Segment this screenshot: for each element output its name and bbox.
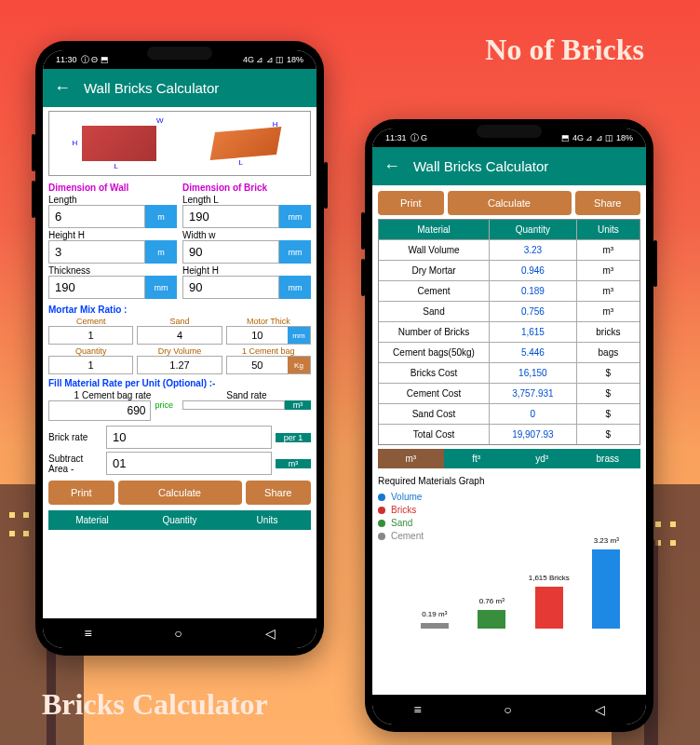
dryvolume-label: Dry Volume <box>137 346 222 356</box>
table-row: Cement bags(50kg)5.446bags <box>379 343 639 363</box>
table-row: Cement0.189m³ <box>379 281 639 302</box>
nav-recent-icon[interactable]: ≡ <box>84 626 91 641</box>
print-button-2[interactable]: Print <box>378 191 444 215</box>
share-button[interactable]: Share <box>246 481 312 505</box>
sand-input[interactable]: 4 <box>138 327 221 344</box>
cementbagrate-input[interactable]: 690 <box>48 400 151 421</box>
back-icon[interactable]: ← <box>54 78 71 98</box>
heading-top: No of Bricks <box>485 33 644 67</box>
result-table: MaterialQuantityUnits Wall Volume3.23m³D… <box>378 219 640 445</box>
heighth-input[interactable]: 3 <box>48 240 145 264</box>
calculate-button[interactable]: Calculate <box>118 481 242 505</box>
nav-back-icon-2[interactable]: ◁ <box>595 702 605 717</box>
back-icon-2[interactable]: ← <box>384 156 400 176</box>
calculate-button-2[interactable]: Calculate <box>448 191 572 215</box>
unit-tab-ft3[interactable]: ft³ <box>444 449 510 468</box>
rate-section: Fill Material Rate per Unit (Optional) :… <box>48 378 311 388</box>
heading-bottom: Bricks Calculator <box>42 687 268 722</box>
bar-cement: 0.19 m³ <box>421 623 449 629</box>
cement-input[interactable]: 1 <box>49 327 132 344</box>
phone-right: 11:31ⓘ G ⬒ 4G ⊿ ⊿ ◫ 18% ← Wall Bricks Ca… <box>365 119 653 732</box>
table-header: MaterialQuantityUnits <box>48 510 311 530</box>
length-unit[interactable]: m <box>145 205 177 228</box>
table-row: Total Cost19,907.93$ <box>379 425 639 444</box>
thickness-unit[interactable]: mm <box>145 276 177 299</box>
table-row: Bricks Cost16,150$ <box>379 363 639 384</box>
nav-home-icon-2[interactable]: ○ <box>504 702 511 717</box>
heighth2-label: Height H <box>182 265 311 276</box>
cementbag-unit[interactable]: Kg <box>288 357 310 373</box>
lengthl-label: Length L <box>182 195 311 205</box>
thickness-label: Thickness <box>48 265 177 276</box>
dryvolume-input[interactable]: 1.27 <box>138 357 221 373</box>
nav-bar-2: ≡ ○ ◁ <box>372 695 646 725</box>
nav-recent-icon-2[interactable]: ≡ <box>413 702 421 717</box>
heighth2-unit[interactable]: mm <box>279 276 311 299</box>
heighth-label: Height H <box>48 230 177 240</box>
mortarthick-label: Motor Thick <box>226 317 311 326</box>
nav-home-icon[interactable]: ○ <box>174 626 182 641</box>
table-row: Sand0.756m³ <box>379 302 639 322</box>
brickrate-label: Brick rate <box>48 432 102 442</box>
unit-tab-brass[interactable]: brass <box>575 449 641 468</box>
subtractarea-input[interactable]: 01 <box>106 452 272 475</box>
graph-title: Required Materials Graph <box>378 476 640 486</box>
widthw-input[interactable]: 90 <box>182 240 279 264</box>
cement-label: Cement <box>48 317 133 326</box>
status-bar: 11:30ⓘ Θ ⬒ 4G ⊿ ⊿ ◫ 18% <box>43 50 316 69</box>
table-row: Dry Mortar0.946m³ <box>379 261 639 281</box>
subtractarea-unit[interactable]: m³ <box>276 459 311 468</box>
nav-back-icon[interactable]: ◁ <box>265 626 276 641</box>
length-input[interactable]: 6 <box>48 205 145 228</box>
chart: 0.19 m³ 0.76 m³ 1,615 Bricks 3.23 m³ <box>378 545 640 629</box>
phone-left: 11:30ⓘ Θ ⬒ 4G ⊿ ⊿ ◫ 18% ← Wall Bricks Ca… <box>35 41 324 656</box>
nav-bar: ≡ ○ ◁ <box>43 618 316 648</box>
sandrate-label: Sand rate <box>182 390 311 400</box>
legend-sand: Sand <box>378 518 640 528</box>
app-header: ← Wall Bricks Calculator <box>43 69 316 107</box>
lengthl-input[interactable]: 190 <box>182 205 279 228</box>
app-title: Wall Bricks Calculator <box>84 80 219 96</box>
brickrate-input[interactable]: 10 <box>106 426 272 449</box>
bar-sand: 0.76 m³ <box>478 610 505 629</box>
widthw-label: Width w <box>182 230 311 240</box>
brickrate-unit[interactable]: per 1 <box>276 433 311 442</box>
subtractarea-label: Subtract Area - <box>48 454 102 474</box>
table-row: Number of Bricks1,615bricks <box>379 322 639 343</box>
heighth2-input[interactable]: 90 <box>182 276 279 299</box>
app-title-2: Wall Bricks Calculator <box>413 158 548 174</box>
widthw-unit[interactable]: mm <box>279 240 311 264</box>
unit-tab-yd3[interactable]: yd³ <box>509 449 575 468</box>
cementbag-input[interactable]: 50 <box>227 357 288 373</box>
table-row: Cement Cost3,757.931$ <box>379 384 639 404</box>
status-bar-2: 11:31ⓘ G ⬒ 4G ⊿ ⊿ ◫ 18% <box>372 129 646 147</box>
print-button[interactable]: Print <box>48 481 114 505</box>
unit-tabs: m³ ft³ yd³ brass <box>378 449 640 468</box>
mortarthick-input[interactable]: 10 <box>227 327 288 344</box>
price-tag: price <box>151 400 177 421</box>
length-label: Length <box>48 195 177 205</box>
lengthl-unit[interactable]: mm <box>279 205 311 228</box>
table-row: Sand Cost0$ <box>379 404 639 425</box>
quantity-input[interactable]: 1 <box>49 357 132 373</box>
unit-tab-m3[interactable]: m³ <box>378 449 444 468</box>
share-button-2[interactable]: Share <box>575 191 641 215</box>
app-header-2: ← Wall Bricks Calculator <box>372 147 646 185</box>
quantity-label: Quantity <box>48 346 133 356</box>
sandrate-input[interactable] <box>182 400 285 410</box>
cementbagrate-label: 1 Cement bag rate <box>48 390 177 400</box>
mortar-section: Mortar Mix Ratio : <box>48 305 311 315</box>
legend-bricks: Bricks <box>378 505 640 515</box>
heighth-unit[interactable]: m <box>145 240 177 264</box>
section-wall: Dimension of Wall <box>48 183 177 193</box>
brick-diagram: W H L H L <box>48 111 311 176</box>
section-brick: Dimension of Brick <box>182 183 311 193</box>
sand-label: Sand <box>137 317 222 326</box>
legend-volume: Volume <box>378 492 640 502</box>
bar-volume: 3.23 m³ <box>592 549 620 629</box>
mortarthick-unit[interactable]: mm <box>288 327 310 344</box>
cementbag-label: 1 Cement bag <box>226 346 311 356</box>
sandrate-unit[interactable]: m³ <box>285 400 311 410</box>
thickness-input[interactable]: 190 <box>48 276 145 299</box>
table-row: Wall Volume3.23m³ <box>379 240 639 261</box>
